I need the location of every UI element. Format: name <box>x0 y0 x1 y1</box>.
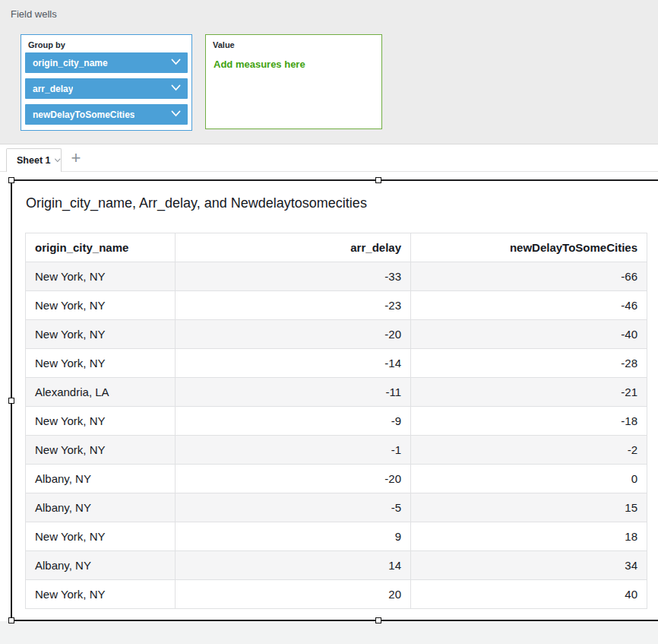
cell-arr-delay[interactable]: 9 <box>176 522 411 551</box>
group-by-label: Group by <box>28 40 65 49</box>
cell-arr-delay[interactable]: -5 <box>176 493 411 522</box>
table-row: Alexandria, LA-11-21 <box>26 378 647 407</box>
field-pill-label: arr_delay <box>25 84 73 94</box>
cell-arr-delay[interactable]: -9 <box>176 407 411 436</box>
tab-sheet-1[interactable]: Sheet 1 <box>6 148 62 172</box>
sheet-canvas: Origin_city_name, Arr_delay, and Newdela… <box>0 173 658 644</box>
cell-origin-city[interactable]: Albany, NY <box>26 551 176 580</box>
table-header-row: origin_city_name arr_delay newDelayToSom… <box>26 233 647 262</box>
value-label: Value <box>213 40 235 49</box>
sheet-tab-label: Sheet 1 <box>17 155 50 166</box>
cell-arr-delay[interactable]: -33 <box>176 262 411 291</box>
table-body: New York, NY-33-66New York, NY-23-46New … <box>26 262 647 609</box>
cell-origin-city[interactable]: New York, NY <box>26 436 176 465</box>
table-row: New York, NY918 <box>26 522 647 551</box>
cell-arr-delay[interactable]: -1 <box>176 436 411 465</box>
group-by-pill-stack: origin_city_name arr_delay newDelayToSom… <box>25 52 188 130</box>
cell-origin-city[interactable]: New York, NY <box>26 522 176 551</box>
table-row: Albany, NY-515 <box>26 493 647 522</box>
cell-origin-city[interactable]: New York, NY <box>26 262 176 291</box>
cell-arr-delay[interactable]: -20 <box>176 465 411 493</box>
cell-newdelaytosomecities[interactable]: -18 <box>411 407 647 436</box>
cell-origin-city[interactable]: Alexandria, LA <box>26 378 176 407</box>
cell-origin-city[interactable]: Albany, NY <box>26 493 176 522</box>
add-measures-hint: Add measures here <box>214 59 305 70</box>
cell-arr-delay[interactable]: 14 <box>176 551 411 580</box>
field-wells-panel: Field wells Group by origin_city_name ar… <box>0 0 658 144</box>
cell-origin-city[interactable]: New York, NY <box>26 407 176 436</box>
column-header-origin-city-name[interactable]: origin_city_name <box>26 233 176 262</box>
cell-origin-city[interactable]: New York, NY <box>26 320 176 349</box>
cell-arr-delay[interactable]: -20 <box>176 320 411 349</box>
table-row: New York, NY-1-2 <box>26 436 647 465</box>
cell-newdelaytosomecities[interactable]: -28 <box>411 349 647 378</box>
column-header-arr-delay[interactable]: arr_delay <box>176 233 411 262</box>
chevron-down-icon[interactable] <box>55 157 61 163</box>
cell-newdelaytosomecities[interactable]: 15 <box>411 493 647 522</box>
cell-arr-delay[interactable]: -11 <box>176 378 411 407</box>
table-row: New York, NY-9-18 <box>26 407 647 436</box>
field-pill-label: origin_city_name <box>25 58 108 68</box>
field-pill-label: newDelayToSomeCities <box>25 109 134 120</box>
resize-handle-top-center[interactable] <box>375 177 381 183</box>
cell-arr-delay[interactable]: 20 <box>176 580 411 609</box>
cell-newdelaytosomecities[interactable]: 34 <box>411 551 647 580</box>
table-row: New York, NY-20-40 <box>26 320 647 349</box>
table-row: New York, NY-33-66 <box>26 262 647 291</box>
value-well[interactable]: Value Add measures here <box>205 34 382 129</box>
table-row: New York, NY2040 <box>26 580 647 609</box>
cell-newdelaytosomecities[interactable]: 0 <box>411 465 647 493</box>
cell-newdelaytosomecities[interactable]: -40 <box>411 320 647 349</box>
visual-title: Origin_city_name, Arr_delay, and Newdela… <box>26 195 367 211</box>
table-row: New York, NY-23-46 <box>26 291 647 320</box>
resize-handle-bottom-left[interactable] <box>8 617 14 623</box>
cell-origin-city[interactable]: Albany, NY <box>26 465 176 493</box>
chevron-down-icon <box>171 110 181 117</box>
field-pill-arr-delay[interactable]: arr_delay <box>25 78 188 99</box>
field-wells-title: Field wells <box>11 8 57 20</box>
table-row: Albany, NY-200 <box>26 465 647 493</box>
cell-newdelaytosomecities[interactable]: -2 <box>411 436 647 465</box>
table-visual[interactable]: Origin_city_name, Arr_delay, and Newdela… <box>11 179 658 621</box>
canvas-bottom-strip <box>0 621 658 644</box>
resize-handle-bottom-center[interactable] <box>375 617 381 623</box>
cell-arr-delay[interactable]: -23 <box>176 291 411 320</box>
resize-handle-top-left[interactable] <box>8 177 14 183</box>
sheet-tab-bar: Sheet 1 + <box>0 145 658 172</box>
table-row: Albany, NY1434 <box>26 551 647 580</box>
field-pill-origin-city-name[interactable]: origin_city_name <box>25 52 188 73</box>
cell-newdelaytosomecities[interactable]: 40 <box>411 580 647 609</box>
group-by-well[interactable]: Group by origin_city_name arr_delay newD… <box>21 34 192 131</box>
cell-origin-city[interactable]: New York, NY <box>26 291 176 320</box>
cell-newdelaytosomecities[interactable]: -46 <box>411 291 647 320</box>
column-header-newdelaytosomecities[interactable]: newDelayToSomeCities <box>411 233 647 262</box>
cell-newdelaytosomecities[interactable]: -21 <box>411 378 647 407</box>
chevron-down-icon <box>171 59 181 65</box>
cell-origin-city[interactable]: New York, NY <box>26 580 176 609</box>
cell-newdelaytosomecities[interactable]: 18 <box>411 522 647 551</box>
cell-newdelaytosomecities[interactable]: -66 <box>411 262 647 291</box>
resize-handle-middle-left[interactable] <box>8 398 14 404</box>
add-sheet-button[interactable]: + <box>67 147 85 170</box>
table-row: New York, NY-14-28 <box>26 349 647 378</box>
data-table: origin_city_name arr_delay newDelayToSom… <box>25 233 647 609</box>
cell-origin-city[interactable]: New York, NY <box>26 349 176 378</box>
field-pill-newdelaytosomecities[interactable]: newDelayToSomeCities <box>25 104 188 125</box>
chevron-down-icon <box>171 84 181 91</box>
cell-arr-delay[interactable]: -14 <box>176 349 411 378</box>
